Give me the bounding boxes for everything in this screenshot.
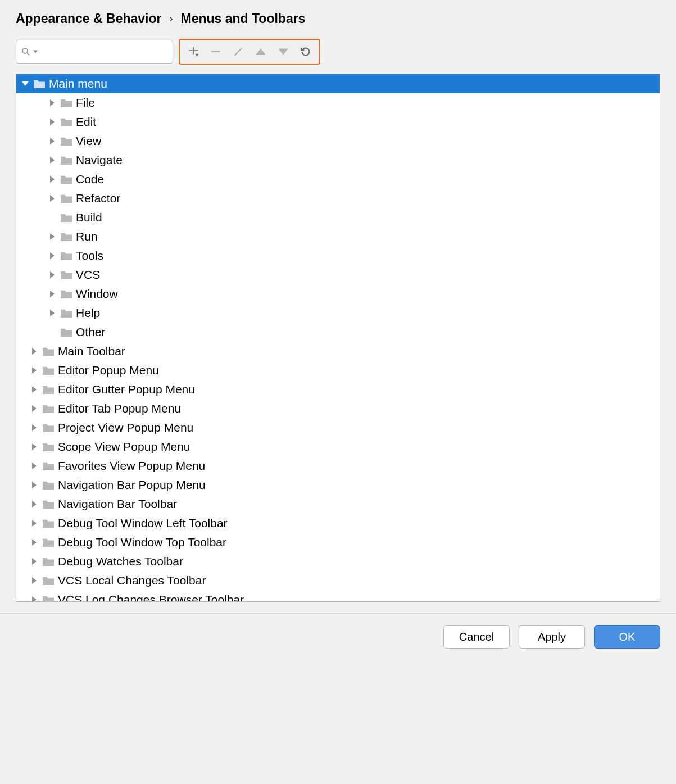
chevron-right-icon[interactable] <box>30 595 39 602</box>
tree-row[interactable]: Navigation Bar Toolbar <box>16 495 660 514</box>
tree-row[interactable]: Navigation Bar Popup Menu <box>16 475 660 495</box>
folder-icon <box>42 595 55 602</box>
folder-icon <box>60 251 72 261</box>
tree-row[interactable]: VCS Log Changes Browser Toolbar <box>16 590 660 602</box>
tree-row[interactable]: File <box>16 93 660 112</box>
breadcrumb-parent[interactable]: Appearance & Behavior <box>16 11 161 26</box>
tree-row[interactable]: Edit <box>16 112 660 132</box>
chevron-right-icon[interactable] <box>48 98 57 107</box>
tree-row[interactable]: Window <box>16 284 660 303</box>
breadcrumb: Appearance & Behavior › Menus and Toolba… <box>16 11 660 26</box>
chevron-down-icon[interactable] <box>21 79 30 88</box>
chevron-down-icon[interactable] <box>33 49 38 54</box>
chevron-right-icon[interactable] <box>48 117 57 126</box>
folder-icon <box>33 79 46 89</box>
chevron-right-icon[interactable] <box>48 156 57 165</box>
tree-row-label: View <box>76 134 101 148</box>
tree-row[interactable]: Code <box>16 170 660 189</box>
tree-row[interactable]: Editor Popup Menu <box>16 361 660 380</box>
chevron-right-icon[interactable] <box>30 347 39 356</box>
move-up-button[interactable] <box>254 45 267 58</box>
folder-icon <box>42 384 55 395</box>
folder-icon <box>60 289 72 299</box>
chevron-right-icon[interactable] <box>48 194 57 203</box>
tree-row[interactable]: Main menu <box>16 74 660 93</box>
chevron-right-icon[interactable] <box>30 461 39 470</box>
remove-button[interactable] <box>209 45 223 58</box>
tree-row-label: Editor Popup Menu <box>58 364 159 377</box>
tree-row[interactable]: Navigate <box>16 151 660 170</box>
tree-row-label: Edit <box>76 115 96 129</box>
ok-button[interactable]: OK <box>594 625 660 649</box>
tree-row-label: Navigation Bar Toolbar <box>58 497 177 511</box>
tree-row[interactable]: Help <box>16 303 660 323</box>
folder-icon <box>60 270 72 280</box>
tree-row[interactable]: VCS <box>16 265 660 284</box>
tree-row[interactable]: View <box>16 132 660 151</box>
tree-row-label: Debug Watches Toolbar <box>58 555 183 568</box>
tree-row-label: Build <box>76 211 102 224</box>
folder-icon <box>60 117 72 127</box>
tree-row[interactable]: Debug Watches Toolbar <box>16 552 660 571</box>
tree-row-label: Main menu <box>49 77 107 90</box>
tree-row[interactable]: Other <box>16 323 660 342</box>
apply-button[interactable]: Apply <box>519 625 585 649</box>
folder-icon <box>42 518 55 528</box>
tree-row[interactable]: Main Toolbar <box>16 342 660 361</box>
chevron-right-icon[interactable] <box>30 557 39 566</box>
chevron-right-icon[interactable] <box>30 404 39 413</box>
chevron-right-icon[interactable] <box>48 137 57 146</box>
chevron-right-icon[interactable] <box>30 481 39 490</box>
search-icon <box>21 47 31 57</box>
folder-icon <box>60 308 72 318</box>
tree-row[interactable]: Refactor <box>16 189 660 208</box>
chevron-right-icon[interactable] <box>30 385 39 394</box>
tree-row-label: Refactor <box>76 192 120 205</box>
edit-button[interactable] <box>232 45 245 58</box>
folder-icon <box>60 193 72 203</box>
tree-row[interactable]: Debug Tool Window Left Toolbar <box>16 514 660 533</box>
add-button[interactable] <box>187 45 200 58</box>
reset-button[interactable] <box>299 45 312 58</box>
tree-row[interactable]: Favorites View Popup Menu <box>16 456 660 475</box>
folder-icon <box>42 365 55 375</box>
chevron-right-icon[interactable] <box>30 519 39 528</box>
chevron-right-icon[interactable] <box>48 175 57 184</box>
tree-row[interactable]: Project View Popup Menu <box>16 418 660 437</box>
tree-row[interactable]: Editor Gutter Popup Menu <box>16 380 660 399</box>
folder-icon <box>60 212 72 223</box>
tree-row-label: VCS <box>76 268 100 282</box>
chevron-right-icon[interactable] <box>30 500 39 509</box>
chevron-right-icon[interactable] <box>30 538 39 547</box>
folder-icon <box>60 136 72 146</box>
chevron-right-icon[interactable] <box>48 251 57 260</box>
search-input[interactable] <box>16 40 173 64</box>
tree-row[interactable]: Debug Tool Window Top Toolbar <box>16 533 660 552</box>
chevron-right-icon: › <box>169 13 173 25</box>
tree-row[interactable]: Editor Tab Popup Menu <box>16 399 660 418</box>
move-down-button[interactable] <box>276 45 290 58</box>
chevron-right-icon[interactable] <box>30 442 39 451</box>
chevron-right-icon[interactable] <box>48 289 57 298</box>
cancel-button[interactable]: Cancel <box>443 625 510 649</box>
tree-row[interactable]: Scope View Popup Menu <box>16 437 660 456</box>
dialog-footer: Cancel Apply OK <box>0 613 676 662</box>
breadcrumb-current: Menus and Toolbars <box>180 11 305 26</box>
chevron-right-icon[interactable] <box>30 366 39 375</box>
chevron-right-icon[interactable] <box>48 232 57 241</box>
chevron-right-icon[interactable] <box>48 309 57 318</box>
tree-row[interactable]: Tools <box>16 246 660 265</box>
tree-row[interactable]: Run <box>16 227 660 246</box>
chevron-right-icon[interactable] <box>30 423 39 432</box>
chevron-right-icon[interactable] <box>48 270 57 279</box>
tree-row[interactable]: VCS Local Changes Toolbar <box>16 571 660 590</box>
disclosure-spacer <box>48 328 57 337</box>
menu-tree[interactable]: Main menuFileEditViewNavigateCodeRefacto… <box>16 74 660 602</box>
disclosure-spacer <box>48 213 57 222</box>
chevron-right-icon[interactable] <box>30 576 39 585</box>
tree-row-label: VCS Log Changes Browser Toolbar <box>58 593 244 602</box>
tree-row[interactable]: Build <box>16 208 660 227</box>
search-field[interactable] <box>40 46 173 58</box>
tree-row-label: Other <box>76 325 106 339</box>
tree-row-label: Editor Tab Popup Menu <box>58 402 181 415</box>
